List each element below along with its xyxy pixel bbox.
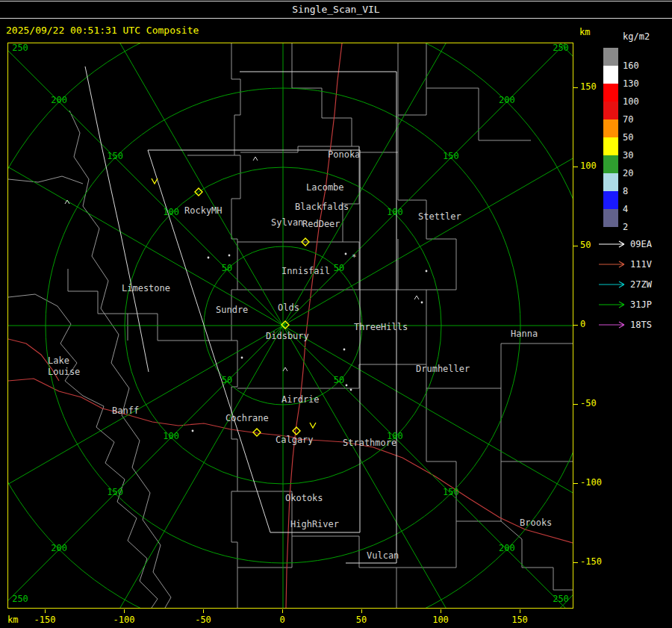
range-ring-label: 50 xyxy=(329,264,349,273)
range-ring-label: 100 xyxy=(385,208,405,217)
colorbar-value: 30 xyxy=(623,150,633,161)
right-axis-tick xyxy=(573,325,578,326)
city-label: Limestone xyxy=(122,284,170,293)
city-label: Vulcan xyxy=(367,551,399,561)
right-axis-label: 0 xyxy=(580,319,585,330)
map-marker-chevron xyxy=(310,423,316,428)
city-label: Okotoks xyxy=(285,494,323,503)
legend-site-id: 111V xyxy=(630,259,652,270)
colorbar-swatch xyxy=(603,48,618,66)
city-label: Cochrane xyxy=(225,414,269,423)
range-ring-label: 150 xyxy=(105,488,125,497)
map-area: * 50505050100100100100150150150150200200… xyxy=(7,43,573,609)
colorbar-value: 100 xyxy=(623,96,639,107)
range-ring-label: 150 xyxy=(441,488,461,497)
map-marker-dot xyxy=(192,430,194,432)
colorbar-swatch xyxy=(603,119,618,137)
right-axis-tick xyxy=(573,562,578,563)
city-label: Innisfail xyxy=(281,267,330,276)
city-label: Calgary xyxy=(276,435,314,445)
colorbar-value: 20 xyxy=(623,168,633,178)
right-axis-tick xyxy=(573,87,578,88)
legend-arrow-icon xyxy=(597,239,627,249)
side-panel: kg/m2 1601301007050302084209EA111V27ZW31… xyxy=(597,30,672,381)
bottom-axis-label: 0 xyxy=(267,615,297,625)
map-marker-dot xyxy=(345,253,347,255)
colorbar-unit: kg/m2 xyxy=(623,31,650,42)
range-ring-label: 50 xyxy=(217,376,237,385)
range-ring-label: 100 xyxy=(161,208,181,217)
legend-arrow-icon xyxy=(597,259,627,270)
scan-timestamp: 2025/09/22 00:51:31 UTC Composite xyxy=(6,25,199,36)
title-bar: Single_Scan_VIL xyxy=(0,1,672,19)
city-label: Brooks xyxy=(520,518,552,528)
colorbar-swatch xyxy=(603,155,618,173)
map-marker-dot xyxy=(343,349,346,351)
bottom-axis-tick xyxy=(282,609,283,613)
right-axis-label: -150 xyxy=(580,556,602,568)
city-label: ThreeHills xyxy=(354,323,408,332)
range-ring-label: 200 xyxy=(49,544,69,553)
city-label: Airdrie xyxy=(281,395,320,405)
right-axis-label: -50 xyxy=(580,398,597,409)
city-label: Louise xyxy=(48,367,80,377)
colorbar-value: 50 xyxy=(623,132,633,143)
range-ring-label: 200 xyxy=(497,544,517,553)
map-marker-chevron xyxy=(152,178,158,184)
city-label: Banff xyxy=(112,406,139,416)
colorbar-swatch xyxy=(603,66,618,84)
map-marker-caret xyxy=(283,367,287,371)
bottom-axis-tick xyxy=(361,609,362,613)
city-label: RockyMH xyxy=(184,206,223,216)
map-marker-caret xyxy=(414,296,419,299)
city-label: Hanna xyxy=(511,329,538,339)
legend-arrow-icon xyxy=(597,299,627,310)
colorbar-swatch xyxy=(603,102,618,119)
city-label: Drumheller xyxy=(416,364,470,374)
map-marker-dot xyxy=(350,389,352,391)
city-label: Strathmore xyxy=(343,438,396,448)
map-marker-dot xyxy=(426,270,428,273)
right-axis-label: 50 xyxy=(580,240,591,251)
legend-site-id: 09EA xyxy=(630,239,652,249)
legend-site-id: 27ZW xyxy=(630,279,652,290)
legend-arrow-icon xyxy=(597,320,627,330)
city-label: Blackfalds xyxy=(295,202,349,212)
range-ring-label: 250 xyxy=(551,43,570,53)
range-ring-label: 150 xyxy=(441,152,461,161)
city-label: Stettler xyxy=(418,212,461,222)
bottom-axis-tick xyxy=(45,609,46,613)
bottom-axis-label: 150 xyxy=(505,615,535,625)
city-label: Didsbury xyxy=(266,332,309,341)
range-ring-label: 150 xyxy=(105,152,125,161)
colorbar-swatch xyxy=(603,191,618,209)
range-ring-label: 50 xyxy=(217,264,237,273)
bottom-axis-tick xyxy=(520,609,520,613)
right-axis-tick xyxy=(573,404,578,405)
city-label: Lake xyxy=(48,356,69,366)
bottom-axis-tick xyxy=(441,609,441,613)
bottom-axis-tick xyxy=(124,609,125,613)
colorbar-value: 2 xyxy=(623,222,628,232)
right-axis-tick xyxy=(573,167,578,167)
right-axis-label: 100 xyxy=(580,161,597,172)
bottom-axis-tick xyxy=(203,609,204,613)
range-ring-label: 250 xyxy=(551,594,570,604)
bottom-axis-label: -100 xyxy=(109,615,139,625)
right-axis-tick xyxy=(573,246,578,246)
range-ring-label: 200 xyxy=(497,96,517,105)
legend-arrow-icon xyxy=(597,279,627,290)
bottom-axis: -150-100-50050100150 xyxy=(7,609,582,627)
map-markers: * xyxy=(65,157,427,436)
right-axis-label: -100 xyxy=(580,477,602,488)
city-label: Olds xyxy=(278,303,299,313)
map-marker-dot xyxy=(421,302,423,304)
colorbar-value: 8 xyxy=(623,186,628,196)
city-label: HighRiver xyxy=(290,520,339,529)
colorbar-swatch xyxy=(603,84,618,102)
city-label: Ponoka xyxy=(328,150,360,160)
map-marker-diamond xyxy=(293,427,300,435)
map-marker-asterisk: * xyxy=(352,252,357,262)
map-marker-dot xyxy=(241,357,243,359)
bottom-axis-label: -50 xyxy=(188,615,218,625)
